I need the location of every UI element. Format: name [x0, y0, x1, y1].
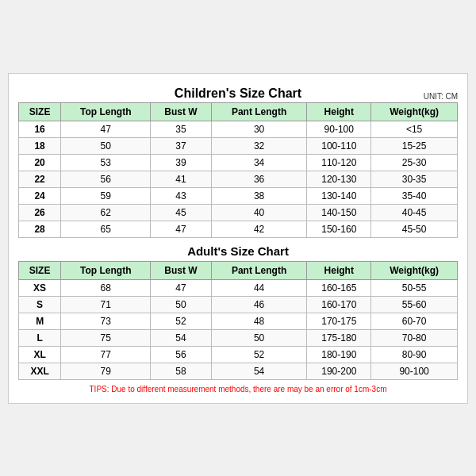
data-cell: 47: [151, 221, 211, 237]
data-cell: 50: [151, 296, 211, 313]
data-cell: 40-45: [371, 204, 458, 221]
data-cell: 47: [61, 121, 151, 137]
data-cell: 39: [151, 154, 211, 171]
size-col: 20: [19, 154, 61, 171]
data-cell: 73: [61, 313, 151, 329]
size-col: 24: [19, 187, 61, 204]
adults-chart-title: Adult's Size Chart: [18, 238, 458, 261]
data-cell: 160-165: [307, 279, 371, 296]
data-cell: 50: [61, 137, 151, 154]
table-row: M735248170-17560-70: [19, 313, 458, 329]
adults-header-pant-length: Pant Length: [211, 261, 307, 279]
data-cell: 30-35: [371, 171, 458, 187]
data-cell: 55-60: [371, 296, 458, 313]
table-row: S715046160-17055-60: [19, 296, 458, 313]
data-cell: 35-40: [371, 187, 458, 204]
tips-text: TIPS: Due to different measurement metho…: [18, 380, 458, 395]
data-cell: 34: [211, 154, 307, 171]
data-cell: 90-100: [371, 363, 458, 379]
data-cell: 37: [151, 137, 211, 154]
table-row: XS684744160-16550-55: [19, 279, 458, 296]
data-cell: 42: [211, 221, 307, 237]
data-cell: 30: [211, 121, 307, 137]
adults-header-top-length: Top Length: [61, 261, 151, 279]
data-cell: 35: [151, 121, 211, 137]
size-col: XS: [19, 279, 61, 296]
data-cell: 44: [211, 279, 307, 296]
data-cell: 79: [61, 363, 151, 379]
data-cell: 100-110: [307, 137, 371, 154]
data-cell: 56: [151, 346, 211, 363]
table-row: 22564136120-13030-35: [19, 171, 458, 187]
data-cell: <15: [371, 121, 458, 137]
data-cell: 60-70: [371, 313, 458, 329]
data-cell: 41: [151, 171, 211, 187]
data-cell: 56: [61, 171, 151, 187]
data-cell: 175-180: [307, 329, 371, 346]
data-cell: 53: [61, 154, 151, 171]
children-header-height: Height: [307, 102, 371, 121]
children-unit-label: UNIT: CM: [424, 92, 458, 101]
data-cell: 160-170: [307, 296, 371, 313]
size-col: XXL: [19, 363, 61, 379]
adults-header-weight: Weight(kg): [371, 261, 458, 279]
size-col: S: [19, 296, 61, 313]
data-cell: 40: [211, 204, 307, 221]
children-chart-title: Children's Size Chart UNIT: CM: [18, 82, 458, 102]
adults-header-size: SIZE: [19, 261, 61, 279]
data-cell: 48: [211, 313, 307, 329]
data-cell: 46: [211, 296, 307, 313]
children-header-bust-w: Bust W: [151, 102, 211, 121]
table-row: L755450175-18070-80: [19, 329, 458, 346]
data-cell: 130-140: [307, 187, 371, 204]
data-cell: 54: [151, 329, 211, 346]
data-cell: 52: [151, 313, 211, 329]
data-cell: 52: [211, 346, 307, 363]
table-row: 26624540140-15040-45: [19, 204, 458, 221]
children-title-text: Children's Size Chart: [175, 86, 301, 100]
size-col: 18: [19, 137, 61, 154]
size-col: M: [19, 313, 61, 329]
data-cell: 50-55: [371, 279, 458, 296]
adults-table-body: XS684744160-16550-55S715046160-17055-60M…: [19, 279, 458, 379]
data-cell: 75: [61, 329, 151, 346]
size-col: L: [19, 329, 61, 346]
data-cell: 50: [211, 329, 307, 346]
data-cell: 47: [151, 279, 211, 296]
data-cell: 43: [151, 187, 211, 204]
data-cell: 110-120: [307, 154, 371, 171]
adults-header-height: Height: [307, 261, 371, 279]
size-col: 22: [19, 171, 61, 187]
size-col: XL: [19, 346, 61, 363]
data-cell: 45-50: [371, 221, 458, 237]
chart-container: Children's Size Chart UNIT: CM SIZE Top …: [8, 73, 468, 404]
adults-table-header: SIZE Top Length Bust W Pant Length Heigh…: [19, 261, 458, 279]
children-header-weight: Weight(kg): [371, 102, 458, 121]
children-header-pant-length: Pant Length: [211, 102, 307, 121]
children-table-header: SIZE Top Length Bust W Pant Length Heigh…: [19, 102, 458, 121]
data-cell: 180-190: [307, 346, 371, 363]
data-cell: 54: [211, 363, 307, 379]
table-row: XL775652180-19080-90: [19, 346, 458, 363]
data-cell: 150-160: [307, 221, 371, 237]
data-cell: 170-175: [307, 313, 371, 329]
data-cell: 59: [61, 187, 151, 204]
data-cell: 62: [61, 204, 151, 221]
data-cell: 65: [61, 221, 151, 237]
data-cell: 120-130: [307, 171, 371, 187]
data-cell: 25-30: [371, 154, 458, 171]
adults-header-bust-w: Bust W: [151, 261, 211, 279]
size-col: 26: [19, 204, 61, 221]
data-cell: 45: [151, 204, 211, 221]
children-table-body: 1647353090-100<1518503732100-11015-25205…: [19, 121, 458, 237]
size-col: 28: [19, 221, 61, 237]
data-cell: 71: [61, 296, 151, 313]
table-row: XXL795854190-20090-100: [19, 363, 458, 379]
data-cell: 58: [151, 363, 211, 379]
data-cell: 38: [211, 187, 307, 204]
data-cell: 90-100: [307, 121, 371, 137]
adults-title-text: Adult's Size Chart: [187, 244, 289, 258]
table-row: 24594338130-14035-40: [19, 187, 458, 204]
data-cell: 140-150: [307, 204, 371, 221]
table-row: 18503732100-11015-25: [19, 137, 458, 154]
